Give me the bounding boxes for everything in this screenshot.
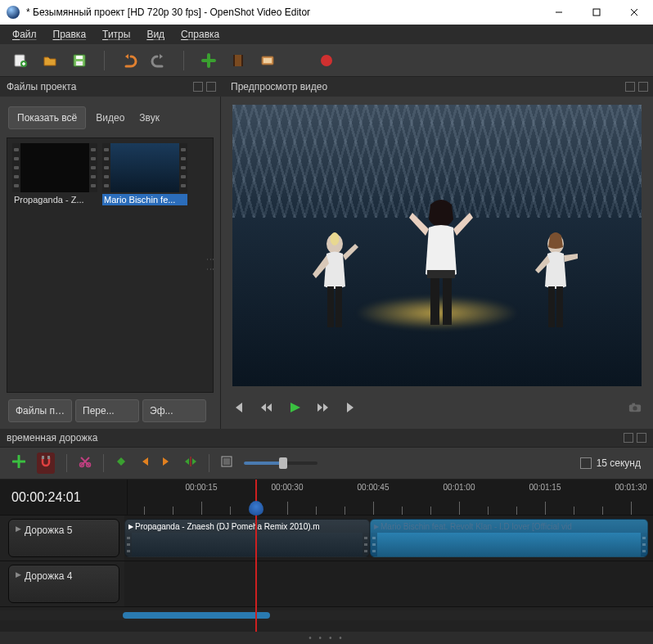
rewind-icon[interactable] — [260, 401, 273, 417]
chevron-right-icon: ▶ — [374, 523, 379, 530]
timeline-ruler[interactable]: 00:00:15 00:00:30 00:00:45 00:01:00 00:0… — [128, 480, 653, 515]
svg-rect-11 — [241, 55, 243, 66]
tab-effects[interactable]: Эф... — [142, 399, 206, 422]
svg-rect-28 — [556, 286, 563, 327]
panel-close-icon[interactable] — [638, 82, 648, 92]
menu-help[interactable]: Справка — [173, 26, 227, 43]
track-header[interactable]: ▶Дорожка 5 — [8, 519, 119, 557]
menu-file[interactable]: Файл — [4, 26, 45, 43]
titlebar: * Безымянный проект [HD 720p 30 fps] - O… — [0, 0, 653, 25]
jump-end-icon[interactable] — [344, 401, 357, 417]
svg-rect-7 — [76, 56, 83, 59]
save-project-icon[interactable] — [71, 52, 88, 69]
svg-rect-15 — [234, 63, 235, 65]
timeline-header: временная дорожка — [0, 429, 653, 447]
project-files-panel: Показать всё Видео Звук Propaganda - Z..… — [0, 97, 221, 429]
prev-marker-icon[interactable] — [138, 456, 150, 471]
tab-transitions[interactable]: Пере... — [75, 399, 139, 422]
ruler-tick-label: 00:01:15 — [529, 483, 561, 492]
timeline-toolbar: 15 секунд — [0, 447, 653, 480]
svg-rect-24 — [443, 274, 452, 325]
new-project-icon[interactable] — [12, 52, 29, 69]
zoom-preset-icon[interactable] — [221, 456, 232, 471]
timecode-display[interactable]: 00:00:24:01 — [0, 480, 128, 515]
chevron-right-icon: ▶ — [16, 570, 21, 579]
main-toolbar — [0, 44, 653, 77]
track-name: Дорожка 4 — [25, 570, 72, 582]
panel-close-icon[interactable] — [206, 82, 216, 92]
svg-rect-25 — [427, 270, 455, 278]
panel-float-icon[interactable] — [625, 82, 635, 92]
svg-rect-8 — [76, 61, 83, 65]
chevron-right-icon: ▶ — [16, 525, 21, 533]
filter-audio-button[interactable]: Звук — [134, 107, 164, 128]
svg-rect-13 — [234, 58, 235, 60]
maximize-button[interactable] — [578, 0, 615, 25]
clip-title: Mario Bischin feat. Revolt Klan - I.D lo… — [381, 522, 572, 531]
resize-handle[interactable]: • • • • — [0, 632, 653, 644]
filter-video-button[interactable]: Видео — [91, 107, 129, 128]
add-marker-icon[interactable] — [115, 456, 127, 471]
track-row: ▶Дорожка 4 — [0, 561, 653, 607]
panel-close-icon[interactable] — [637, 433, 646, 443]
svg-rect-31 — [632, 403, 635, 406]
track-lane[interactable] — [124, 561, 653, 606]
timeline-clip[interactable]: ▶Mario Bischin feat. Revolt Klan - I.D l… — [370, 519, 648, 557]
snap-icon[interactable] — [37, 453, 55, 474]
svg-rect-23 — [430, 274, 439, 325]
undo-icon[interactable] — [121, 52, 137, 69]
file-thumb[interactable]: Mario Bischin fe... — [102, 143, 187, 387]
chevron-right-icon: ▶ — [128, 523, 133, 530]
file-thumbnails[interactable]: Propaganda - Z... Mario Bischin fe... ⋮⋮ — [7, 137, 214, 393]
panel-float-icon[interactable] — [624, 433, 633, 443]
tab-project-files[interactable]: Файлы пр... — [8, 399, 72, 422]
open-project-icon[interactable] — [42, 52, 58, 69]
timeline-body: 00:00:24:01 00:00:15 00:00:30 00:00:45 0… — [0, 480, 653, 632]
resize-handle[interactable]: ⋮⋮ — [206, 255, 215, 275]
jump-start-icon[interactable] — [232, 401, 245, 417]
film-icon[interactable] — [230, 52, 246, 69]
menu-edit[interactable]: Правка — [45, 26, 95, 43]
preview-panel — [221, 97, 653, 429]
add-track-icon[interactable] — [12, 455, 25, 471]
fast-forward-icon[interactable] — [316, 401, 329, 417]
track-header[interactable]: ▶Дорожка 4 — [8, 565, 119, 603]
export-icon[interactable] — [318, 52, 335, 69]
profile-icon[interactable] — [259, 52, 276, 69]
zoom-icon[interactable] — [580, 457, 592, 469]
ruler-tick-label: 00:00:30 — [272, 483, 304, 492]
zoom-value: 15 секунд — [597, 457, 641, 469]
ruler-tick-label: 00:01:30 — [615, 483, 647, 492]
video-preview[interactable] — [232, 105, 642, 386]
playhead[interactable] — [255, 480, 257, 632]
project-files-title: Файлы проекта — [7, 81, 76, 92]
track-name: Дорожка 5 — [25, 525, 72, 536]
svg-rect-33 — [47, 456, 50, 459]
svg-point-18 — [321, 55, 332, 66]
menu-titles[interactable]: Титры — [94, 26, 138, 43]
file-thumb[interactable]: Propaganda - Z... — [12, 143, 97, 387]
svg-rect-17 — [263, 58, 272, 63]
snapshot-icon[interactable] — [628, 401, 642, 417]
menu-view[interactable]: Вид — [138, 26, 173, 43]
svg-rect-21 — [336, 286, 342, 327]
redo-icon[interactable] — [151, 52, 167, 69]
preview-title: Предпросмотр видео — [231, 81, 327, 92]
panel-float-icon[interactable] — [193, 82, 203, 92]
next-marker-icon[interactable] — [161, 456, 173, 471]
center-playhead-icon[interactable] — [184, 456, 197, 471]
transport-controls — [232, 393, 642, 426]
timeline-clip[interactable]: ▶Propaganda - Znaesh (DJ Pomeha Remix 20… — [124, 519, 370, 557]
razor-icon[interactable] — [79, 455, 92, 471]
horizontal-scrollbar[interactable] — [0, 610, 653, 620]
import-files-icon[interactable] — [200, 52, 217, 69]
close-button[interactable] — [615, 0, 653, 25]
svg-rect-12 — [234, 56, 235, 57]
menubar: Файл Правка Титры Вид Справка — [0, 25, 653, 44]
show-all-button[interactable]: Показать всё — [8, 106, 86, 129]
svg-rect-1 — [593, 9, 600, 16]
play-icon[interactable] — [288, 401, 301, 417]
track-lane[interactable]: ▶Propaganda - Znaesh (DJ Pomeha Remix 20… — [124, 516, 653, 561]
zoom-slider[interactable] — [244, 462, 317, 465]
minimize-button[interactable] — [540, 0, 578, 25]
